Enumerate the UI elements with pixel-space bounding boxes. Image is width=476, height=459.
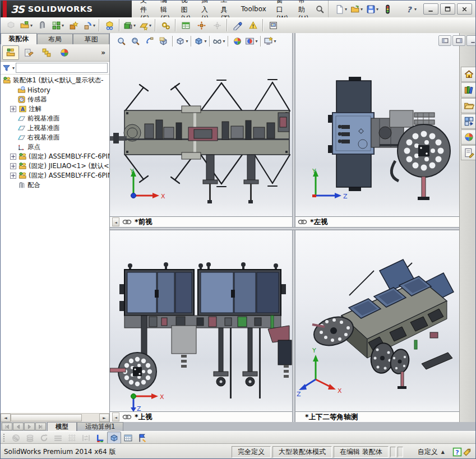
tree-row[interactable]: 上视基准面	[1, 123, 109, 133]
tab-nav-prev-icon[interactable]	[13, 423, 24, 430]
new-doc-button[interactable]: ▾	[334, 2, 348, 16]
edit-appearance-button[interactable]	[230, 34, 244, 48]
tree-row[interactable]: (固定) ASSEMBLY-FFC-6PIN.2	[1, 152, 109, 161]
reference-geometry-button[interactable]: ▾	[138, 18, 152, 33]
insert-components-button[interactable]: ▾	[19, 18, 34, 33]
save-button[interactable]: ▾	[365, 2, 380, 16]
menu-item-2[interactable]: 视图(V)	[175, 1, 196, 17]
tree-row[interactable]: 配合	[1, 180, 109, 190]
menu-item-6[interactable]: 窗口(W)	[271, 1, 293, 17]
insert-component-button[interactable]	[3, 18, 18, 33]
open-button[interactable]: ▾	[349, 2, 364, 16]
menu-item-5[interactable]: Toolbox	[236, 1, 271, 17]
viewport-horizontal-splitter[interactable]	[110, 227, 459, 230]
tree-row[interactable]: History	[1, 85, 109, 95]
custom-properties-button[interactable]	[461, 145, 476, 160]
mate-button[interactable]	[35, 18, 49, 33]
tab-nav-next-icon[interactable]	[24, 423, 35, 430]
tree-row[interactable]: 装配体1 (默认<默认_显示状态-	[1, 76, 109, 85]
tree-row[interactable]: 右视基准面	[1, 133, 109, 142]
stoplight-button[interactable]	[381, 2, 395, 16]
view-settings-button[interactable]: ▾	[263, 34, 277, 48]
tree-row[interactable]: (固定) ASSEMBLY-FFC-6PIN<	[1, 171, 109, 180]
menu-item-0[interactable]: 文件(F)	[135, 1, 155, 17]
assembly-visualization-button[interactable]	[246, 18, 260, 33]
apply-scene-dropdown-arrow[interactable]: ▾	[255, 39, 257, 44]
appearances-button[interactable]	[461, 129, 476, 145]
help-dropdown-arrow[interactable]: ▾	[414, 7, 417, 12]
zebra-button[interactable]	[9, 432, 23, 444]
propertymanager-tab[interactable]	[20, 45, 37, 60]
tab-motion-study[interactable]: 运动算例1	[77, 422, 123, 431]
filter-dropdown-arrow[interactable]: ▾	[12, 66, 15, 71]
show-hidden-button[interactable]	[102, 18, 117, 33]
panel-tab-1[interactable]: 布局	[37, 34, 73, 44]
apply-scene-button[interactable]: ▾	[244, 34, 258, 48]
move-component-button[interactable]: ▾	[82, 18, 96, 33]
display-style-button[interactable]: ▾	[193, 34, 207, 48]
featuremanager-tab[interactable]	[2, 45, 19, 60]
scrollbar-thumb[interactable]	[11, 414, 82, 421]
view-orientation-button[interactable]: ▾	[175, 34, 189, 48]
save-dropdown-arrow[interactable]: ▾	[376, 7, 378, 12]
custom-status-dropdown[interactable]: 自定义▲	[418, 447, 445, 457]
assembly-features-button[interactable]: ▾	[122, 18, 137, 33]
tree-expander-icon[interactable]	[10, 163, 16, 169]
tab-model[interactable]: 模型	[47, 422, 77, 431]
quick-tips-help-icon[interactable]: ?	[452, 447, 462, 457]
tag-icon[interactable]	[462, 447, 472, 457]
new-doc-dropdown-arrow[interactable]: ▾	[345, 7, 347, 12]
panel-tab-2[interactable]: 草图	[73, 34, 109, 44]
exploded-view-button[interactable]	[194, 18, 209, 33]
viewport-scroll-stub-icon[interactable]: ◄	[112, 412, 119, 421]
explode-sketch-button[interactable]	[210, 18, 224, 33]
hide-show-button[interactable]: ▾	[212, 34, 226, 48]
close-button[interactable]	[457, 3, 472, 15]
menu-item-1[interactable]: 编辑(E)	[155, 1, 175, 17]
viewport-front[interactable]: Y X ◄ *前视	[110, 33, 292, 227]
layers-button[interactable]	[23, 432, 37, 444]
tree-row[interactable]: 传感器	[1, 95, 109, 104]
bom-button[interactable]	[178, 18, 193, 33]
viewport-isometric[interactable]: Y X Z *上下二等角轴测	[295, 230, 459, 422]
smart-fasteners-button[interactable]	[66, 18, 81, 33]
viewport-left[interactable]: Y Z *左视	[295, 33, 459, 227]
hide-show-dropdown-arrow[interactable]: ▾	[223, 39, 225, 44]
tree-row[interactable]: 原点	[1, 142, 109, 152]
view-orientation-dropdown-arrow[interactable]: ▾	[186, 39, 188, 44]
snap-button[interactable]	[93, 432, 107, 444]
minimize-button[interactable]	[423, 3, 438, 15]
viewport-top[interactable]: X Z ◄ *上视	[110, 230, 292, 422]
file-explorer-button[interactable]	[461, 98, 476, 113]
open-dropdown-arrow[interactable]: ▾	[361, 7, 363, 12]
tab-nav-last-icon[interactable]	[35, 423, 46, 430]
search-button[interactable]	[315, 2, 325, 16]
shaded-cube-button[interactable]	[107, 432, 121, 444]
turn-button[interactable]	[37, 432, 51, 444]
pane-right-button[interactable]	[452, 35, 465, 46]
grid2-button[interactable]	[65, 432, 79, 444]
configurationmanager-tab[interactable]	[38, 45, 55, 60]
tab-nav-first-icon[interactable]	[2, 423, 12, 430]
tree-expander-icon[interactable]	[10, 173, 16, 179]
viewport-scroll-stub-icon[interactable]: ◄	[112, 217, 119, 226]
interference-button[interactable]	[230, 18, 244, 33]
assembly-features-dropdown-arrow[interactable]: ▾	[133, 23, 136, 28]
tree-expander-icon[interactable]	[10, 154, 16, 160]
zoom-area-button[interactable]	[128, 34, 142, 48]
reference-geometry-dropdown-arrow[interactable]: ▾	[149, 23, 151, 28]
display-style-dropdown-arrow[interactable]: ▾	[204, 39, 206, 44]
lines-button[interactable]	[51, 432, 65, 444]
filter-funnel-icon[interactable]	[2, 64, 11, 72]
section-view-button[interactable]	[156, 34, 170, 48]
linear-pattern-dropdown-arrow[interactable]: ▾	[62, 23, 64, 28]
pane-left-button[interactable]	[438, 35, 451, 46]
zoom-fit-button[interactable]	[114, 34, 128, 48]
help-button[interactable]: ?▾	[404, 2, 417, 16]
motion-study-button[interactable]	[158, 18, 173, 33]
mdi-min-button[interactable]	[466, 35, 476, 46]
flag-button[interactable]	[135, 432, 149, 444]
view-palette-button[interactable]	[461, 114, 476, 129]
insert-components-dropdown-arrow[interactable]: ▾	[30, 23, 33, 28]
tree-row[interactable]: 前视基准面	[1, 114, 109, 123]
